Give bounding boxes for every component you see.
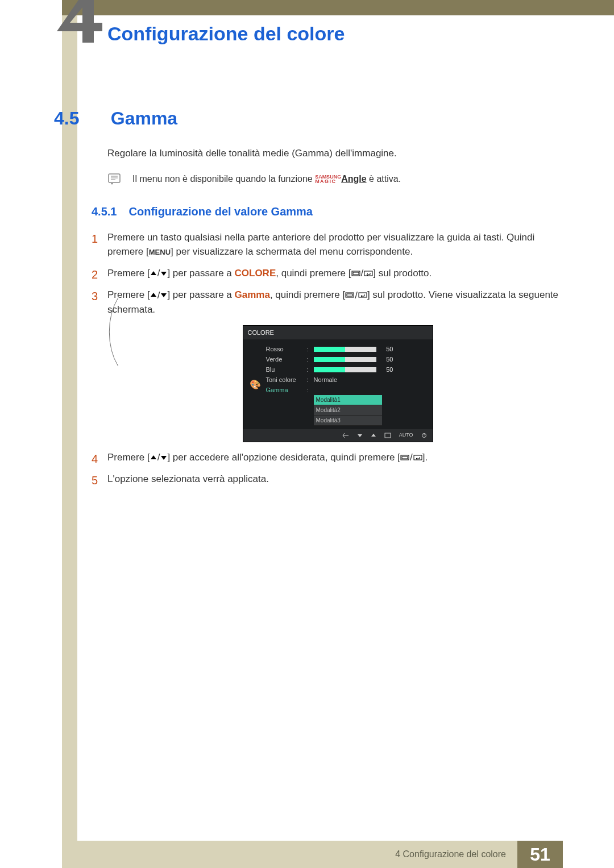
footer-chapter-label: 4 Configurazione del colore [77,841,517,868]
angle-word: Angle [341,174,366,184]
note: Il menu non è disponibile quando la funz… [107,172,568,186]
svg-rect-5 [353,272,359,275]
gamma-highlight: Gamma [235,289,270,300]
svg-rect-15 [414,455,422,460]
note-text: Il menu non è disponibile quando la funz… [132,172,401,186]
note-icon [107,172,121,186]
section-heading: 4.5 Gamma [54,108,566,129]
svg-rect-10 [385,433,391,438]
step-number: 4 [92,450,98,467]
enter-icon [384,433,391,438]
osd-row-toni: Toni colore: Normale [266,375,427,385]
left-bar [62,15,77,868]
steps-list: 1 Premere un tasto qualsiasi nella parte… [107,230,568,487]
intro-text: Regolare la luminosità delle tonalità me… [107,146,568,161]
svg-rect-8 [347,294,352,296]
osd-row-rosso: Rosso: 50 [266,344,427,354]
section-title: Gamma [111,108,177,128]
osd-gamma-options: Modalità1 Modalità2 Modalità3 [314,395,382,426]
step-number: 5 [92,472,98,489]
svg-rect-6 [364,271,372,276]
samsung-magic-logo: SAMSUNGMAGIC [315,175,341,184]
osd-option: Modalità1 [314,395,382,405]
up-down-icon: / [150,266,168,281]
osd-row-blu: Blu: 50 [266,364,427,375]
step-4: 4 Premere [ / ] per accedere all'opzione… [107,450,568,465]
note-post: è attiva. [367,174,401,184]
palette-icon: 🎨 [250,378,261,392]
step-2: 2 Premere [ / ] per passare a COLORE, qu… [107,266,568,281]
osd-row-gamma: Gamma: [266,385,427,395]
step-number: 2 [92,266,98,283]
up-down-icon: / [150,450,168,465]
step-3: 3 Premere [ / ] per passare a Gamma, qui… [107,288,568,442]
step-number: 1 [92,230,98,247]
subsection-number: 4.5.1 [92,203,126,220]
svg-rect-14 [402,456,408,459]
power-icon [421,433,427,438]
step-1: 1 Premere un tasto qualsiasi nella parte… [107,230,568,259]
back-icon [342,433,349,438]
footer-page-number: 51 [517,841,563,868]
up-icon [371,433,376,438]
osd-footer: AUTO [243,429,433,442]
slider-verde [314,357,376,362]
osd-screenshot: COLORE 🎨 Rosso: 50 [243,325,433,442]
auto-label: AUTO [399,431,413,439]
subsection-title: Configurazione del valore Gamma [129,205,313,218]
chapter-title: Configurazione del colore [107,23,345,45]
note-pre: Il menu non è disponibile quando la funz… [132,174,315,184]
osd-title: COLORE [243,326,433,340]
colore-highlight: COLORE [235,268,276,279]
down-icon [357,433,363,438]
slider-rosso [314,347,376,352]
enter-return-icon: / [351,266,374,281]
svg-rect-9 [359,293,367,297]
chapter-number-graphic [51,0,114,48]
enter-return-icon: / [400,450,422,465]
up-down-icon: / [150,288,168,303]
osd-option: Modalità3 [314,416,382,426]
subsection-heading: 4.5.1 Configurazione del valore Gamma [92,203,568,220]
menu-keyword: MENU [149,248,171,256]
top-bar [62,0,614,15]
step-number: 3 [92,288,98,305]
section-number: 4.5 [54,108,108,129]
osd-row-verde: Verde: 50 [266,354,427,364]
step-5: 5 L'opzione selezionata verrà applicata. [107,472,568,487]
osd-option: Modalità2 [314,405,382,416]
enter-return-icon: / [345,288,367,303]
page-footer: 4 Configurazione del colore 51 [0,841,614,868]
osd-curve-line [107,298,120,366]
slider-blu [314,367,376,372]
